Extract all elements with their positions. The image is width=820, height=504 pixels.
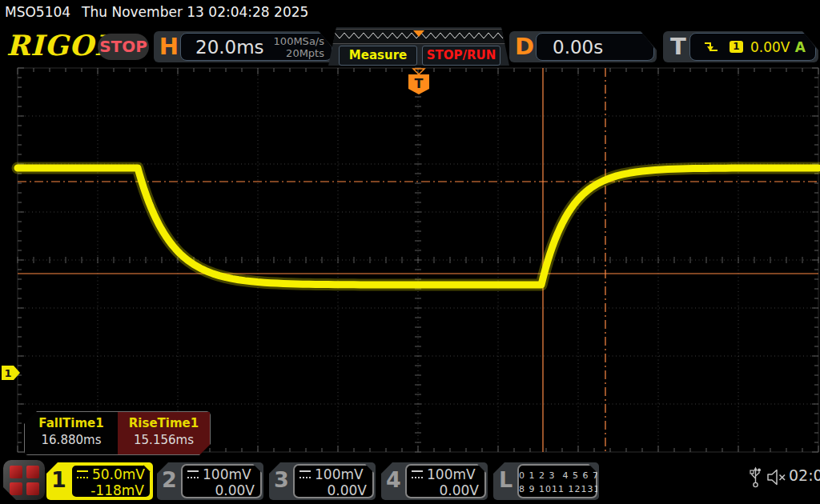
trigger-panel[interactable]: T 1 0.00V A	[663, 31, 818, 62]
measurement-name: FallTime1	[25, 416, 118, 430]
datetime: Thu November 13 02:04:28 2025	[82, 4, 308, 20]
memory-waveform-icon	[332, 30, 506, 42]
horizontal-display[interactable]: 20.0ms 100MSa/s 20Mpts	[180, 33, 332, 61]
channel-number: 4	[383, 467, 404, 492]
memory-depth: 20Mpts	[274, 47, 324, 59]
trigger-position-pointer	[413, 69, 424, 74]
measurement-risetime-selected[interactable]: RiseTime1 15.156ms	[118, 412, 210, 454]
channel-4-panel[interactable]: 4 100mV 0.00V	[381, 462, 488, 500]
channel-display: 100mV 0.00V	[405, 464, 486, 498]
svg-text:1: 1	[4, 367, 11, 379]
falling-edge-icon	[703, 40, 719, 54]
channel-scale: 100mV	[203, 466, 251, 482]
delay-value: 0.00s	[553, 34, 603, 61]
scope-display[interactable]: T1	[0, 66, 820, 456]
stop-run-button[interactable]: STOP/RUN	[422, 46, 500, 66]
channel-offset: 0.00V	[407, 482, 484, 498]
trigger-display[interactable]: 1 0.00V A	[689, 33, 816, 61]
channel-number: 3	[271, 467, 292, 492]
delay-panel[interactable]: D 0.00s	[509, 31, 657, 62]
toolbar: RIGOL STOP H 20.0ms 100MSa/s 20Mpts Meas…	[0, 26, 820, 66]
measurement-value: 15.156ms	[118, 433, 210, 447]
measure-button[interactable]: Measure	[339, 46, 417, 66]
measurement-name: RiseTime1	[118, 416, 210, 430]
trigger-label: T	[668, 31, 689, 62]
horizontal-label: H	[159, 31, 179, 62]
trigger-level-value: 0.00V	[750, 39, 790, 55]
delay-label: D	[514, 31, 535, 62]
svg-text:T: T	[415, 76, 424, 91]
measurement-results-panel: FallTime1 16.880ms RiseTime1 15.156ms	[24, 411, 211, 455]
channel-offset: 0.00V	[183, 482, 260, 498]
channel-display: 100mV 0.00V	[181, 464, 262, 498]
status-bar: MSO5104Thu November 13 02:04:28 2025	[0, 0, 820, 26]
channel-scale: 100mV	[315, 466, 364, 482]
model-and-datetime: MSO5104Thu November 13 02:04:28 2025	[5, 4, 320, 20]
memory-position-bar[interactable]	[331, 29, 508, 44]
channel-3-panel[interactable]: 3 100mV 0.00V	[269, 462, 376, 500]
dc-coupling-icon	[299, 470, 311, 478]
trigger-source-badge: 1	[730, 41, 743, 53]
memory-trigger-position-icon	[413, 30, 424, 37]
logic-display: 0 1 2 3 4 5 6 7 8 9 1011 12131415	[517, 464, 597, 498]
timebase-value: 20.0ms	[195, 34, 264, 61]
channel-offset: -118mV	[72, 482, 150, 498]
channel-bar: 1 50.0mV -118mV 2 100mV 0.00V 3 100mV 0.…	[0, 456, 820, 504]
channel-1-panel[interactable]: 1 50.0mV -118mV	[46, 462, 153, 500]
measurement-value: 16.880ms	[25, 433, 118, 447]
channel-2-panel[interactable]: 2 100mV 0.00V	[157, 462, 263, 500]
grid-icon	[10, 466, 39, 495]
clock: 02:04	[789, 466, 820, 484]
logic-label: L	[495, 467, 517, 492]
logic-channels-panel[interactable]: L 0 1 2 3 4 5 6 7 8 9 1011 12131415	[493, 462, 599, 500]
dc-coupling-icon	[77, 470, 88, 478]
logic-row-2: 8 9 1011 12131415	[519, 482, 596, 496]
measurement-falltime[interactable]: FallTime1 16.880ms	[25, 412, 118, 454]
waveform-canvas[interactable]: T1	[0, 66, 820, 456]
channel-number: 1	[48, 467, 70, 492]
channel-scale: 50.0mV	[92, 466, 145, 482]
delay-display[interactable]: 0.00s	[536, 33, 654, 61]
dc-coupling-icon	[412, 470, 423, 478]
logic-row-1: 0 1 2 3 4 5 6 7	[519, 469, 596, 482]
run-state-indicator[interactable]: STOP	[98, 34, 149, 60]
sample-rate: 100MSa/s	[274, 35, 324, 47]
channel-offset: 0.00V	[295, 482, 372, 498]
channel-display: 50.0mV -118mV	[70, 464, 151, 498]
channel-number: 2	[159, 467, 180, 492]
dc-coupling-icon	[187, 470, 199, 478]
nav-group: Measure STOP/RUN	[328, 27, 509, 66]
acquisition-info: 100MSa/s 20Mpts	[274, 35, 324, 59]
menu-button[interactable]	[3, 460, 45, 500]
usb-icon	[750, 466, 762, 491]
sound-muted-icon	[766, 469, 787, 489]
channel-scale: 100mV	[427, 466, 476, 482]
trigger-mode: A	[795, 39, 806, 55]
model-name: MSO5104	[5, 4, 70, 20]
horizontal-panel[interactable]: H 20.0ms 100MSa/s 20Mpts	[154, 31, 335, 62]
channel-display: 100mV 0.00V	[293, 464, 374, 498]
